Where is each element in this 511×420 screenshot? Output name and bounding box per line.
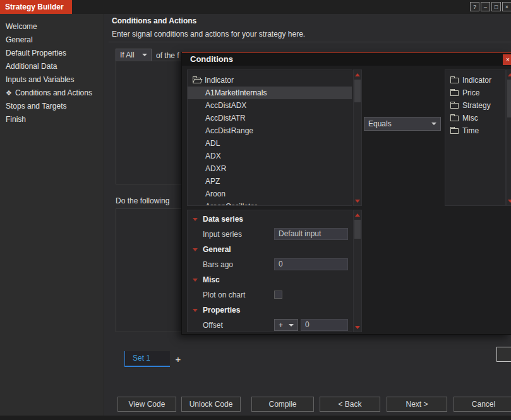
category-misc[interactable]: Misc: [188, 272, 352, 287]
offset-sign-dropdown[interactable]: +: [274, 319, 298, 331]
back-button[interactable]: < Back: [320, 397, 380, 412]
next-button[interactable]: Next >: [387, 397, 447, 412]
folder-open-icon: [193, 78, 201, 83]
category-general[interactable]: General: [188, 242, 352, 257]
sidebar-item-default-properties[interactable]: Default Properties: [0, 47, 104, 60]
property-row-bars-ago: Bars ago 0: [188, 257, 352, 272]
tree-item-label: Indicator: [205, 76, 234, 85]
window-controls: ? – □ ×: [470, 2, 511, 11]
compile-button[interactable]: Compile: [251, 397, 314, 412]
left-list-scrollbar[interactable]: [353, 69, 362, 206]
sidebar-item-welcome[interactable]: Welcome: [0, 20, 104, 33]
collapse-arrow-icon[interactable]: [193, 248, 198, 251]
category-properties[interactable]: Properties: [188, 303, 352, 318]
chevron-down-icon: [142, 54, 147, 56]
page-title: Conditions and Actions: [112, 16, 196, 25]
tree-folder-time[interactable]: Time: [445, 124, 505, 137]
actions-list-panel: [116, 208, 185, 332]
if-scope-suffix-text: of the f: [156, 51, 179, 60]
scroll-down-icon[interactable]: [354, 196, 361, 205]
tree-item-accdistatr[interactable]: AccDistATR: [188, 112, 352, 124]
unlock-code-button[interactable]: Unlock Code: [181, 397, 241, 412]
tree-item-apz[interactable]: APZ: [188, 175, 352, 188]
help-button[interactable]: ?: [470, 2, 479, 11]
tree-item-a1marketinternals[interactable]: A1MarketInternals: [188, 87, 352, 99]
bottom-strip: [0, 416, 511, 420]
folder-icon: [450, 103, 459, 109]
dialog-close-button[interactable]: ×: [503, 54, 511, 65]
chevron-down-icon: [431, 123, 436, 125]
input-series-field[interactable]: Default input: [274, 228, 348, 240]
folder-icon: [450, 116, 459, 121]
tree-item-adx[interactable]: ADX: [188, 150, 352, 162]
property-row-plot-on-chart: Plot on chart: [188, 287, 352, 303]
add-set-button[interactable]: +: [172, 352, 184, 366]
properties-grid: Data series Input series Default input G…: [187, 210, 352, 332]
tree-item-aroon[interactable]: Aroon: [188, 188, 352, 200]
dialog-title: Conditions: [190, 54, 233, 64]
scroll-up-icon[interactable]: [354, 70, 361, 79]
close-button[interactable]: ×: [502, 2, 511, 11]
tree-item-adl[interactable]: ADL: [188, 137, 352, 150]
page-subtitle: Enter signal conditions and actions for …: [112, 30, 305, 39]
cancel-button[interactable]: Cancel: [454, 397, 511, 412]
properties-scrollbar[interactable]: [353, 210, 362, 332]
left-scrollbar-thumb[interactable]: [354, 80, 361, 102]
folder-icon: [450, 78, 459, 83]
scroll-down-icon[interactable]: [354, 323, 361, 332]
sidebar-item-finish[interactable]: Finish: [0, 113, 104, 126]
property-row-offset: Offset + 0: [188, 318, 352, 332]
operator-dropdown[interactable]: Equals: [364, 117, 441, 131]
collapse-arrow-icon[interactable]: [193, 279, 198, 282]
tree-item-accdistadx[interactable]: AccDistADX: [188, 99, 352, 112]
scroll-up-icon[interactable]: [354, 210, 361, 219]
tree-item-indicator-root[interactable]: Indicator: [188, 74, 352, 87]
collapse-arrow-icon[interactable]: [193, 309, 198, 312]
view-code-button[interactable]: View Code: [117, 397, 176, 412]
indicator-tree-list: Indicator A1MarketInternals AccDistADX A…: [187, 69, 352, 206]
window-titlebar: Strategy Builder ? – □ ×: [0, 0, 511, 14]
chevron-down-icon: [289, 324, 294, 327]
maximize-button[interactable]: □: [491, 2, 501, 11]
scroll-up-icon[interactable]: [507, 70, 511, 79]
tree-folder-strategy[interactable]: Strategy: [445, 99, 505, 112]
do-following-label: Do the following: [116, 196, 169, 205]
dialog-titlebar[interactable]: Conditions ×: [182, 52, 511, 66]
if-scope-dropdown[interactable]: If All: [116, 49, 152, 61]
collapse-arrow-icon[interactable]: [193, 218, 198, 221]
bars-ago-field[interactable]: 0: [274, 258, 348, 270]
right-list-scrollbar[interactable]: [506, 69, 511, 206]
sidebar-item-additional-data[interactable]: Additional Data: [0, 60, 104, 73]
sidebar-item-general[interactable]: General: [0, 33, 104, 47]
scroll-down-icon[interactable]: [507, 196, 511, 205]
divider: [109, 42, 511, 42]
sidebar: Welcome General Default Properties Addit…: [0, 14, 104, 416]
category-data-series[interactable]: Data series: [188, 212, 352, 227]
tree-folder-misc[interactable]: Misc: [445, 112, 505, 124]
window-title-tab: Strategy Builder: [0, 0, 72, 14]
window-title: Strategy Builder: [5, 3, 64, 11]
sidebar-item-conditions-and-actions[interactable]: ❖ Conditions and Actions: [0, 87, 104, 100]
folder-icon: [450, 128, 459, 134]
category-tree-list: Indicator Price Strategy Misc Time: [445, 69, 506, 206]
folder-icon: [450, 90, 459, 96]
sidebar-item-label: Conditions and Actions: [15, 87, 92, 100]
partial-edge-box[interactable]: [496, 347, 511, 362]
conditions-dialog: Conditions × Indicator A1MarketInternals…: [181, 52, 511, 335]
tree-folder-price[interactable]: Price: [445, 87, 505, 99]
right-scrollbar-thumb[interactable]: [507, 80, 511, 117]
sidebar-item-inputs-and-variables[interactable]: Inputs and Variables: [0, 73, 104, 87]
tree-folder-indicator[interactable]: Indicator: [445, 74, 505, 87]
properties-scrollbar-thumb[interactable]: [354, 220, 361, 239]
sidebar-item-stops-and-targets[interactable]: Stops and Targets: [0, 100, 104, 113]
plot-on-chart-checkbox[interactable]: [274, 291, 282, 299]
tree-item-aroonoscillator[interactable]: AroonOscillator: [188, 200, 352, 206]
minimize-button[interactable]: –: [481, 2, 490, 11]
tab-set-1[interactable]: Set 1: [124, 351, 170, 367]
tree-item-adxr[interactable]: ADXR: [188, 162, 352, 175]
conditions-list-panel: [116, 61, 185, 184]
current-step-icon: ❖: [6, 87, 12, 100]
property-row-input-series: Input series Default input: [188, 227, 352, 242]
offset-value-field[interactable]: 0: [301, 319, 348, 331]
tree-item-accdistrange[interactable]: AccDistRange: [188, 124, 352, 137]
